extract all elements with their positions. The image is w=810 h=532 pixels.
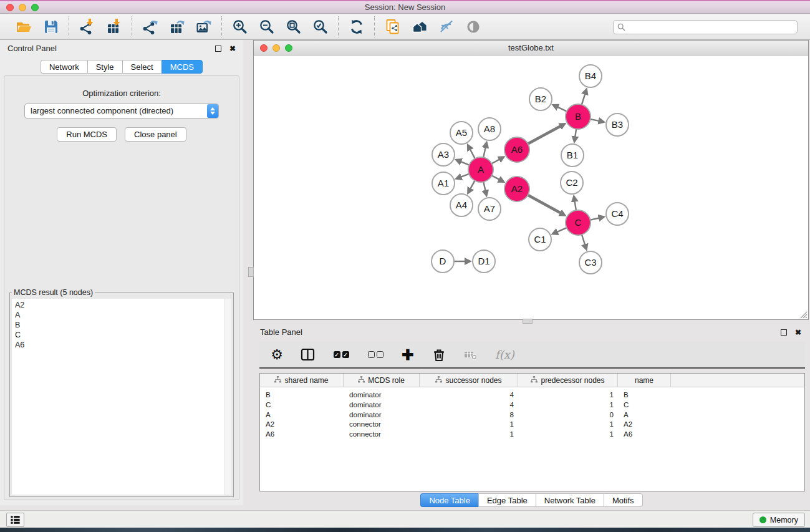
toolbar-group [374,16,491,37]
control-tab-style[interactable]: Style [87,60,122,74]
new-network-from-selection-icon[interactable] [384,19,401,36]
first-neighbors-icon[interactable] [411,19,428,36]
splitpane-handle-vertical[interactable] [248,267,254,277]
export-table-icon[interactable] [168,19,185,36]
mcds-tab-content: Optimization criterion: largest connecte… [4,75,239,500]
table-row[interactable]: Bdominator41B [260,390,804,400]
column-fork-icon [274,376,281,385]
table-tab-node-table[interactable]: Node Table [420,493,478,507]
search-box[interactable] [613,20,798,34]
mcds-result-item[interactable]: A [12,310,231,320]
import-network-icon[interactable] [79,19,95,36]
save-session-icon[interactable] [42,19,59,36]
result-scrollbar[interactable] [224,299,231,495]
zoom-selected-icon[interactable] [312,19,329,36]
memory-button[interactable]: Memory [753,513,805,527]
deselect-all-icon[interactable]: ✓✓ [367,347,384,363]
table-row[interactable]: Cdominator41C [260,400,804,410]
task-history-button[interactable] [6,513,24,527]
memory-status-icon [759,516,766,523]
criterion-value: largest connected component (directed) [31,106,173,115]
table-row[interactable]: A6connector11A6 [260,429,804,439]
mcds-result-title: MCDS result (5 nodes) [12,288,95,297]
graph-edge-A2-C[interactable] [527,195,561,213]
open-session-icon[interactable] [16,19,32,36]
control-tab-mcds[interactable]: MCDS [162,60,203,74]
graph-edge-A6-B[interactable] [527,126,561,144]
mcds-result-item[interactable]: A6 [12,340,231,350]
export-network-icon[interactable] [142,19,158,36]
zoom-out-icon[interactable] [258,19,275,36]
table-tab-edge-table[interactable]: Edge Table [478,493,536,507]
mcds-result-item[interactable]: C [12,330,231,340]
run-mcds-button[interactable]: Run MCDS [57,127,117,142]
optimization-criterion-label: Optimization criterion: [4,89,239,98]
cytoscape-app: Session: New Session Control Panel ✖ Net… [0,0,810,532]
table-cell: dominator [344,390,420,400]
mcds-result-item[interactable]: A2 [12,299,231,310]
graph-node-label-A5: A5 [456,127,467,138]
table-close-panel-icon[interactable]: ✖ [795,329,801,336]
mcds-result-items: A2ABCA6 [12,299,231,350]
table-tab-network-table[interactable]: Network Table [536,493,604,507]
splitpane-handle-horizontal[interactable] [523,319,533,324]
graph-node-label-A4: A4 [456,200,467,210]
export-image-icon[interactable] [195,19,212,36]
table-cell: C [618,400,671,410]
close-panel-icon[interactable]: ✖ [229,46,236,52]
table-cell: connector [344,429,420,439]
column-header-name[interactable]: name [618,374,671,387]
network-canvas[interactable]: B4B2BB3A5A8A6A3B1AA1C2A2A4A7C4CC1C3DD1 [254,56,808,319]
control-tab-network[interactable]: Network [41,60,87,74]
graph-node-label-D1: D1 [478,256,489,266]
mcds-result-list: A2ABCA6 [12,299,231,495]
control-tab-select[interactable]: Select [122,60,162,74]
table-row[interactable]: Adominator80A [260,410,804,420]
table-cell: 1 [518,400,618,410]
table-tab-motifs[interactable]: Motifs [604,493,643,507]
float-panel-icon[interactable] [215,46,221,52]
table-options-icon[interactable]: ⚙ [270,347,284,363]
zoom-in-icon[interactable] [231,19,248,36]
column-header-MCDS-role[interactable]: MCDS role [344,374,420,387]
main-toolbar [0,14,810,40]
search-input[interactable] [628,22,797,32]
column-header-predecessor-nodes[interactable]: predecessor nodes [518,374,618,387]
delete-table-icon[interactable] [463,347,478,363]
apply-layout-icon[interactable] [348,19,365,36]
graph-node-label-A3: A3 [438,149,449,160]
graph-edge-B-B4[interactable] [581,94,585,106]
column-label: MCDS role [368,376,405,385]
memory-label: Memory [770,516,798,525]
toolbar-group [69,16,132,37]
table-row[interactable]: A2connector11A2 [260,419,804,429]
import-table-icon[interactable] [105,19,122,36]
criterion-dropdown[interactable]: largest connected component (directed) [24,104,219,118]
graph-node-label-A2: A2 [511,183,523,194]
column-label: name [635,376,653,385]
function-builder-icon[interactable]: f(x) [495,347,514,363]
select-all-icon[interactable]: ✓✓ [332,347,350,363]
network-view-window: testGlobe.txt B4B2BB3A5A8A6A3B1AA1C2A2A4… [253,40,809,320]
delete-columns-icon[interactable] [432,347,446,363]
column-header-successor-nodes[interactable]: successor nodes [420,374,518,387]
column-fork-icon [531,376,538,385]
close-panel-button[interactable]: Close panel [125,127,186,142]
table-cell: 4 [420,390,518,400]
status-bar: Memory [0,510,810,528]
resize-grip-icon[interactable] [799,310,808,319]
show-columns-icon[interactable] [301,347,316,363]
column-header-shared-name[interactable]: shared name [260,374,344,387]
show-graphics-details-icon[interactable] [465,19,481,36]
new-column-icon[interactable]: ✚ [401,347,415,363]
table-float-panel-icon[interactable] [781,329,787,336]
table-cell: 8 [420,410,518,420]
table-cell: B [260,390,344,400]
zoom-fit-icon[interactable] [285,19,302,36]
mcds-result-item[interactable]: B [12,320,231,330]
table-cell: dominator [344,410,420,420]
table-cell: A6 [260,429,344,439]
hide-graphics-details-icon[interactable] [438,19,455,36]
graph-node-label-A6: A6 [511,144,523,155]
table-cell: A2 [618,419,671,429]
